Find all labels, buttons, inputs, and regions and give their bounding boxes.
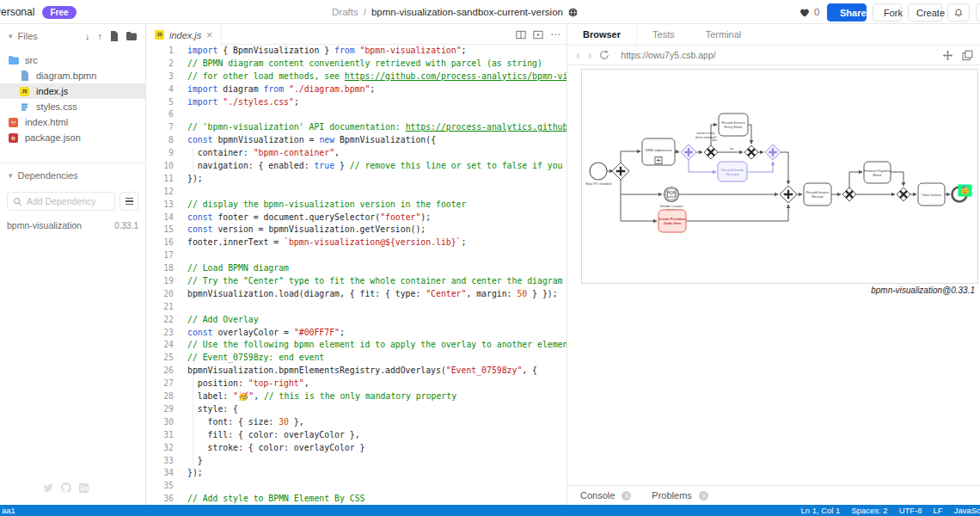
upload-icon[interactable]: ↑ (98, 31, 103, 41)
code-line[interactable]: 2// BPMN diagram content conveniently re… (146, 58, 567, 71)
status-item[interactable]: JavaScript (954, 505, 980, 516)
share-button[interactable]: Share (827, 3, 867, 22)
file-tree-item-index-js[interactable]: JSindex.js (0, 83, 145, 99)
preview-tab-terminal[interactable]: Terminal (690, 24, 757, 45)
editor-more-icon[interactable]: ⋯ (550, 28, 561, 40)
dependency-search[interactable] (7, 192, 115, 211)
sandbox-title[interactable]: bpmn-visualization-sandbox-current-versi… (371, 7, 563, 17)
code-line[interactable]: 31 fill: { color: overlayColor }, (146, 429, 567, 442)
code-line[interactable]: 1import { BpmnVisualization } from "bpmn… (146, 45, 567, 58)
code-line[interactable]: 16footer.innerText = `bpmn-visualization… (146, 236, 567, 249)
code-line[interactable]: 24// Use the following bpmn element id t… (146, 339, 567, 352)
file-tree-item-index-html[interactable]: <>index.html (0, 114, 145, 130)
dependency-menu-button[interactable] (119, 192, 138, 211)
code-line[interactable]: 18// Load BPMN diagram (146, 262, 567, 275)
code-line[interactable]: 25// Event_07598zy: end event (146, 352, 567, 365)
like-heart-icon[interactable] (799, 8, 810, 17)
reload-icon[interactable] (599, 50, 609, 60)
file-tree-item-src[interactable]: src (0, 52, 145, 68)
code-line[interactable]: 35 (146, 480, 567, 493)
problems-tab[interactable]: Problems 0 (652, 490, 707, 501)
create-button[interactable]: Create (908, 3, 942, 22)
code-line[interactable]: 17 (146, 249, 567, 262)
dependency-item[interactable]: bpmn-visualization0.33.1 (7, 218, 138, 233)
close-tab-icon[interactable]: × (206, 29, 212, 41)
collapse-icon[interactable]: ▾ (9, 32, 13, 40)
code-line[interactable]: 8const bpmnVisualization = new BpmnVisua… (146, 134, 567, 147)
nav-back-icon[interactable]: ‹ (576, 49, 580, 61)
url-text[interactable]: https://owu7y5.csb.app/ (621, 50, 715, 60)
open-new-window-icon[interactable] (962, 50, 973, 61)
code-line[interactable]: 15const version = bpmnVisualization.getV… (146, 224, 567, 236)
code-line[interactable]: 7// 'bpmn-visualization' API documentati… (146, 121, 567, 134)
bpmn-gw-parallel-purple[interactable] (681, 144, 696, 160)
split-editor-icon[interactable] (516, 30, 526, 40)
code-line[interactable]: 27 position: "top-right", (146, 378, 567, 390)
code-line[interactable]: 3// for other load methods, see https://… (146, 71, 567, 83)
code-line[interactable]: 33 } (146, 455, 567, 468)
notifications-button[interactable] (947, 3, 970, 22)
code-line[interactable]: 9 container: "bpmn-container", (146, 147, 567, 160)
code-line[interactable]: 14const footer = document.querySelector(… (146, 212, 567, 224)
files-section-header[interactable]: ▾ Files ↓ ↑ (0, 28, 145, 44)
twitter-icon[interactable] (43, 483, 53, 493)
code-line[interactable]: 12 (146, 186, 567, 199)
bpmn-start[interactable] (590, 163, 607, 180)
code-line[interactable]: 5import "./styles.css"; (146, 96, 567, 109)
code-editor[interactable]: 1import { BpmnVisualization } from "bpmn… (146, 45, 567, 505)
code-line[interactable]: 6 (146, 108, 567, 121)
code-line[interactable]: 34}); (146, 467, 567, 480)
nav-forward-icon[interactable]: › (588, 49, 592, 61)
code-line[interactable]: 23const overlayColor = "#00FF7F"; (146, 327, 567, 340)
code-line[interactable]: 22// Add Overlay (146, 314, 567, 327)
console-tab[interactable]: Console 0 (580, 490, 631, 501)
status-item[interactable]: Ln 1, Col 1 (800, 505, 840, 516)
breadcrumb-drafts[interactable]: Drafts (332, 7, 358, 17)
preview-tab-tests[interactable]: Tests (637, 24, 690, 45)
code-line[interactable]: 28 label: "🥳", // this is the only manda… (146, 390, 567, 403)
linkedin-icon[interactable] (79, 483, 89, 493)
code-line[interactable]: 13// display the bpmn-visualization vers… (146, 199, 567, 212)
code-line[interactable]: 11}); (146, 173, 567, 186)
file-tree-item-diagram-bpmn[interactable]: diagram.bpmn (0, 68, 145, 83)
workspace-name[interactable]: Personal (0, 6, 34, 18)
bpmn-gw-parallel[interactable] (612, 163, 629, 180)
download-icon[interactable]: ↓ (85, 31, 90, 41)
account-button[interactable] (976, 3, 980, 22)
dependencies-section-header[interactable]: ▾ Dependencies (0, 168, 145, 183)
fork-button[interactable]: Fork (873, 3, 902, 22)
code-line[interactable]: 26bpmnVisualization.bpmnElementsRegistry… (146, 365, 567, 378)
new-file-icon[interactable] (110, 31, 119, 41)
bpmn-gw-parallel[interactable] (780, 186, 797, 203)
preview-tab-browser[interactable]: Browser (567, 24, 637, 45)
bpmn-gw-x[interactable] (744, 145, 758, 159)
status-item[interactable]: Spaces: 2 (851, 505, 887, 516)
code-line[interactable]: 32 stroke: { color: overlayColor } (146, 442, 567, 455)
tab-index-js[interactable]: JS index.js × (146, 25, 222, 46)
code-line[interactable]: 30 font: { size: 30 }, (146, 416, 567, 429)
code-line[interactable]: 10 navigation: { enabled: true } // remo… (146, 160, 567, 173)
code-line[interactable]: 4import diagram from "./diagram.bpmn"; (146, 83, 567, 96)
open-preview-icon[interactable] (533, 30, 543, 40)
new-folder-icon[interactable] (126, 32, 137, 40)
file-tree-item-package-json[interactable]: npackage.json (0, 130, 145, 145)
code-line[interactable]: 36// Add style to BPMN Element By CSS (146, 493, 567, 505)
bpmn-gw-x[interactable] (704, 145, 718, 159)
bpmn-msg[interactable] (665, 187, 679, 202)
code-line[interactable]: 29 style: { (146, 403, 567, 416)
github-icon[interactable] (61, 482, 71, 493)
bpmn-diagram[interactable]: New PO neededSRM subprocessRecord Servic… (582, 70, 977, 283)
code-line[interactable]: 20bpmnVisualization.load(diagram, { fit:… (146, 288, 567, 301)
file-tree-item-styles-css[interactable]: styles.css (0, 99, 145, 114)
status-item[interactable]: LF (934, 505, 943, 516)
bpmn-container[interactable]: New PO neededSRM subprocessRecord Servic… (581, 69, 978, 284)
bpmn-gw-x[interactable] (842, 187, 856, 201)
code-line[interactable]: 21 (146, 301, 567, 314)
status-item[interactable]: UTF-8 (899, 505, 922, 516)
dependency-search-input[interactable] (27, 196, 100, 206)
code-line[interactable]: 19// Try the "Center" type to fit the wh… (146, 275, 567, 288)
bpmn-gw-parallel-purple[interactable] (765, 144, 781, 160)
bpmn-gw-x[interactable] (897, 187, 910, 201)
pan-mode-icon[interactable] (942, 50, 953, 61)
collapse-icon[interactable]: ▾ (9, 171, 13, 180)
